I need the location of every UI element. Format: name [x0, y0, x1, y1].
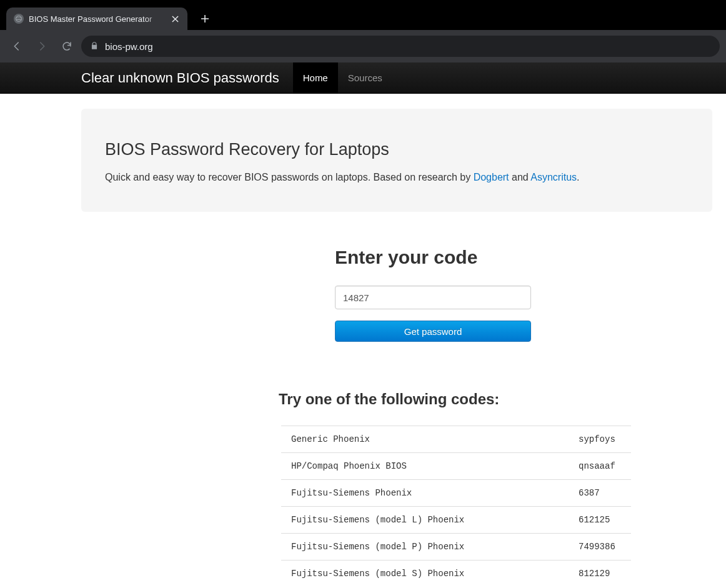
- browser-chrome: BIOS Master Password Generator bios-pw.o…: [0, 0, 726, 62]
- lock-icon: [90, 41, 99, 52]
- get-password-button[interactable]: Get password: [335, 321, 531, 342]
- forward-button[interactable]: [31, 36, 52, 57]
- code-input[interactable]: [335, 286, 531, 309]
- table-row: Fujitsu-Siemens (model L) Phoenix612125: [281, 507, 631, 534]
- tab-strip: BIOS Master Password Generator: [0, 0, 726, 30]
- code-cell: 6387: [569, 480, 631, 507]
- table-row: HP/Compaq Phoenix BIOSqnsaaaf: [281, 453, 631, 480]
- vendor-cell: Generic Phoenix: [281, 426, 569, 453]
- link-asyncritus[interactable]: Asyncritus: [530, 172, 577, 182]
- back-button[interactable]: [6, 36, 27, 57]
- code-form: Enter your code Get password: [335, 247, 531, 342]
- table-row: Fujitsu-Siemens (model P) Phoenix7499386: [281, 534, 631, 561]
- vendor-cell: Fujitsu-Siemens (model S) Phoenix: [281, 561, 569, 587]
- hero-lead-mid: and: [509, 172, 531, 182]
- results-block: Try one of the following codes: Generic …: [279, 391, 716, 587]
- new-tab-button[interactable]: [196, 10, 214, 27]
- browser-toolbar: bios-pw.org: [0, 30, 726, 62]
- url-text: bios-pw.org: [105, 41, 153, 52]
- results-heading: Try one of the following codes:: [279, 391, 716, 408]
- code-cell: qnsaaaf: [569, 453, 631, 480]
- site-navbar: Clear unknown BIOS passwords Home Source…: [0, 62, 726, 94]
- site-brand[interactable]: Clear unknown BIOS passwords: [81, 70, 279, 86]
- code-cell: 7499386: [569, 534, 631, 561]
- hero-unit: BIOS Password Recovery for Laptops Quick…: [81, 109, 712, 212]
- tab-title: BIOS Master Password Generator: [29, 14, 165, 24]
- browser-tab[interactable]: BIOS Master Password Generator: [6, 7, 187, 30]
- form-heading: Enter your code: [335, 247, 531, 268]
- vendor-cell: Fujitsu-Siemens Phoenix: [281, 480, 569, 507]
- table-row: Fujitsu-Siemens (model S) Phoenix812129: [281, 561, 631, 587]
- reload-button[interactable]: [56, 36, 77, 57]
- code-cell: 812129: [569, 561, 631, 587]
- vendor-cell: Fujitsu-Siemens (model P) Phoenix: [281, 534, 569, 561]
- vendor-cell: Fujitsu-Siemens (model L) Phoenix: [281, 507, 569, 534]
- hero-lead: Quick and easy way to recover BIOS passw…: [105, 171, 689, 184]
- hero-title: BIOS Password Recovery for Laptops: [105, 140, 689, 159]
- nav-home[interactable]: Home: [293, 62, 338, 94]
- code-cell: sypfoys: [569, 426, 631, 453]
- codes-table: Generic PhoenixsypfoysHP/Compaq Phoenix …: [281, 426, 631, 587]
- page-container: BIOS Password Recovery for Laptops Quick…: [0, 109, 726, 587]
- link-dogbert[interactable]: Dogbert: [474, 172, 509, 182]
- table-row: Generic Phoenixsypfoys: [281, 426, 631, 453]
- hero-lead-text: Quick and easy way to recover BIOS passw…: [105, 172, 474, 182]
- globe-icon: [14, 14, 24, 24]
- hero-lead-tail: .: [577, 172, 579, 182]
- nav-sources[interactable]: Sources: [338, 62, 392, 94]
- address-bar[interactable]: bios-pw.org: [81, 36, 720, 57]
- close-tab-button[interactable]: [170, 14, 180, 24]
- vendor-cell: HP/Compaq Phoenix BIOS: [281, 453, 569, 480]
- table-row: Fujitsu-Siemens Phoenix6387: [281, 480, 631, 507]
- code-cell: 612125: [569, 507, 631, 534]
